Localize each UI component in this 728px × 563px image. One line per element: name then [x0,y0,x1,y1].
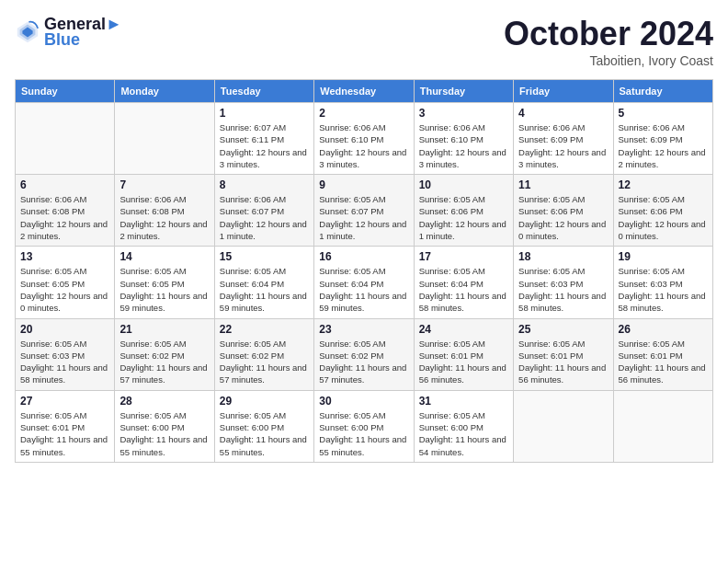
day-info: Sunrise: 6:05 AMSunset: 6:06 PMDaylight:… [518,193,608,242]
calendar-cell: 18Sunrise: 6:05 AMSunset: 6:03 PMDayligh… [514,247,613,318]
calendar-cell: 31Sunrise: 6:05 AMSunset: 6:00 PMDayligh… [414,390,513,462]
weekday-header-thursday: Thursday [414,80,513,103]
day-info: Sunrise: 6:05 AMSunset: 6:02 PMDaylight:… [319,338,408,386]
location-subtitle: Taboitien, Ivory Coast [504,53,713,68]
calendar-cell: 5Sunrise: 6:06 AMSunset: 6:09 PMDaylight… [613,103,712,175]
day-number: 18 [518,250,608,263]
day-info: Sunrise: 6:05 AMSunset: 6:01 PMDaylight:… [419,338,508,386]
day-info: Sunrise: 6:05 AMSunset: 6:01 PMDaylight:… [518,338,608,386]
day-number: 17 [419,250,508,263]
weekday-header-monday: Monday [115,80,214,103]
day-number: 5 [619,107,708,120]
calendar-table: SundayMondayTuesdayWednesdayThursdayFrid… [15,79,713,463]
day-info: Sunrise: 6:05 AMSunset: 6:00 PMDaylight:… [220,409,309,458]
day-number: 23 [319,323,408,336]
calendar-cell: 26Sunrise: 6:05 AMSunset: 6:01 PMDayligh… [613,318,712,390]
weekday-header-row: SundayMondayTuesdayWednesdayThursdayFrid… [16,80,713,103]
day-info: Sunrise: 6:05 AMSunset: 6:01 PMDaylight:… [619,338,708,386]
calendar-cell [613,390,712,462]
day-info: Sunrise: 6:06 AMSunset: 6:10 PMDaylight:… [319,121,408,170]
day-info: Sunrise: 6:05 AMSunset: 6:03 PMDaylight:… [619,265,708,314]
calendar-cell: 2Sunrise: 6:06 AMSunset: 6:10 PMDaylight… [314,103,414,175]
calendar-cell: 1Sunrise: 6:07 AMSunset: 6:11 PMDaylight… [214,103,313,175]
page-header: General► Blue October 2024 Taboitien, Iv… [15,15,713,68]
calendar-cell: 14Sunrise: 6:05 AMSunset: 6:05 PMDayligh… [115,247,214,318]
calendar-cell [16,103,115,175]
day-info: Sunrise: 6:05 AMSunset: 6:03 PMDaylight:… [518,265,608,314]
day-number: 14 [119,250,209,263]
logo-text: General► Blue [44,15,122,50]
calendar-cell: 8Sunrise: 6:06 AMSunset: 6:07 PMDaylight… [214,175,313,247]
calendar-cell: 6Sunrise: 6:06 AMSunset: 6:08 PMDaylight… [16,175,115,247]
day-info: Sunrise: 6:05 AMSunset: 6:06 PMDaylight:… [419,193,508,242]
calendar-cell: 27Sunrise: 6:05 AMSunset: 6:01 PMDayligh… [16,390,115,462]
day-info: Sunrise: 6:05 AMSunset: 6:04 PMDaylight:… [319,265,408,314]
calendar-cell: 13Sunrise: 6:05 AMSunset: 6:05 PMDayligh… [16,247,115,318]
day-info: Sunrise: 6:05 AMSunset: 6:03 PMDaylight:… [20,338,109,386]
day-number: 29 [220,395,309,408]
day-info: Sunrise: 6:05 AMSunset: 6:02 PMDaylight:… [119,338,209,386]
calendar-week-5: 27Sunrise: 6:05 AMSunset: 6:01 PMDayligh… [16,390,713,462]
weekday-header-friday: Friday [514,80,613,103]
day-number: 13 [20,250,109,263]
calendar-cell: 9Sunrise: 6:05 AMSunset: 6:07 PMDaylight… [314,175,414,247]
calendar-cell [514,390,613,462]
calendar-week-2: 6Sunrise: 6:06 AMSunset: 6:08 PMDaylight… [16,175,713,247]
day-number: 16 [319,250,408,263]
day-info: Sunrise: 6:05 AMSunset: 6:00 PMDaylight:… [419,409,508,458]
day-info: Sunrise: 6:06 AMSunset: 6:09 PMDaylight:… [518,121,608,170]
calendar-cell: 29Sunrise: 6:05 AMSunset: 6:00 PMDayligh… [214,390,313,462]
day-info: Sunrise: 6:06 AMSunset: 6:09 PMDaylight:… [619,121,708,170]
day-info: Sunrise: 6:05 AMSunset: 6:00 PMDaylight:… [319,409,408,458]
day-number: 22 [220,323,309,336]
day-info: Sunrise: 6:05 AMSunset: 6:06 PMDaylight:… [619,193,708,242]
calendar-cell: 7Sunrise: 6:06 AMSunset: 6:08 PMDaylight… [115,175,214,247]
calendar-cell: 25Sunrise: 6:05 AMSunset: 6:01 PMDayligh… [514,318,613,390]
calendar-cell: 15Sunrise: 6:05 AMSunset: 6:04 PMDayligh… [214,247,313,318]
day-number: 7 [119,178,209,191]
weekday-header-saturday: Saturday [613,80,712,103]
day-number: 25 [518,323,608,336]
day-number: 15 [220,250,309,263]
day-number: 28 [119,395,209,408]
day-number: 19 [619,250,708,263]
day-number: 8 [220,178,309,191]
day-info: Sunrise: 6:06 AMSunset: 6:08 PMDaylight:… [20,193,109,242]
day-number: 24 [419,323,508,336]
day-info: Sunrise: 6:05 AMSunset: 6:05 PMDaylight:… [20,265,109,314]
calendar-cell [115,103,214,175]
logo-icon [15,19,40,45]
calendar-cell: 21Sunrise: 6:05 AMSunset: 6:02 PMDayligh… [115,318,214,390]
weekday-header-tuesday: Tuesday [214,80,313,103]
calendar-cell: 12Sunrise: 6:05 AMSunset: 6:06 PMDayligh… [613,175,712,247]
calendar-cell: 3Sunrise: 6:06 AMSunset: 6:10 PMDaylight… [414,103,513,175]
calendar-cell: 22Sunrise: 6:05 AMSunset: 6:02 PMDayligh… [214,318,313,390]
day-number: 26 [619,323,708,336]
day-number: 1 [220,107,309,120]
calendar-cell: 24Sunrise: 6:05 AMSunset: 6:01 PMDayligh… [414,318,513,390]
title-area: October 2024 Taboitien, Ivory Coast [504,15,713,68]
weekday-header-wednesday: Wednesday [314,80,414,103]
day-number: 20 [20,323,109,336]
day-number: 27 [20,395,109,408]
calendar-cell: 10Sunrise: 6:05 AMSunset: 6:06 PMDayligh… [414,175,513,247]
day-number: 31 [419,395,508,408]
calendar-cell: 20Sunrise: 6:05 AMSunset: 6:03 PMDayligh… [16,318,115,390]
calendar-cell: 4Sunrise: 6:06 AMSunset: 6:09 PMDaylight… [514,103,613,175]
day-number: 10 [419,178,508,191]
day-info: Sunrise: 6:05 AMSunset: 6:04 PMDaylight:… [220,265,309,314]
day-number: 12 [619,178,708,191]
calendar-cell: 17Sunrise: 6:05 AMSunset: 6:04 PMDayligh… [414,247,513,318]
day-info: Sunrise: 6:05 AMSunset: 6:05 PMDaylight:… [119,265,209,314]
calendar-cell: 30Sunrise: 6:05 AMSunset: 6:00 PMDayligh… [314,390,414,462]
day-number: 9 [319,178,408,191]
calendar-week-1: 1Sunrise: 6:07 AMSunset: 6:11 PMDaylight… [16,103,713,175]
day-info: Sunrise: 6:05 AMSunset: 6:01 PMDaylight:… [20,409,109,458]
day-number: 11 [518,178,608,191]
day-number: 6 [20,178,109,191]
day-number: 3 [419,107,508,120]
calendar-cell: 16Sunrise: 6:05 AMSunset: 6:04 PMDayligh… [314,247,414,318]
day-info: Sunrise: 6:06 AMSunset: 6:08 PMDaylight:… [119,193,209,242]
day-info: Sunrise: 6:05 AMSunset: 6:00 PMDaylight:… [119,409,209,458]
calendar-cell: 23Sunrise: 6:05 AMSunset: 6:02 PMDayligh… [314,318,414,390]
